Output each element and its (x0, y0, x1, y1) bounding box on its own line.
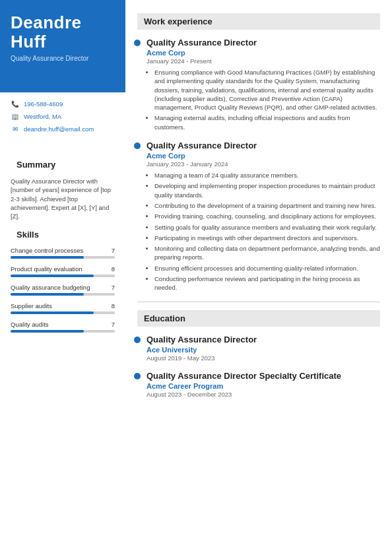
candidate-title: Quality Assurance Director (11, 55, 115, 62)
location-icon: 🏢 (11, 112, 20, 121)
edu-title: Quality Assurance Director (147, 335, 380, 344)
candidate-name: Deandre Huff (11, 13, 115, 51)
bullet-item: Contributing to the development of a tra… (154, 201, 380, 210)
skill-label-row: Quality assurance budgeting 7 (11, 284, 115, 291)
bullet-item: Providing training, coaching, counseling… (154, 212, 380, 220)
summary-heading: Summary (11, 158, 115, 172)
bullet-item: Managing a team of 24 quality assurance … (154, 171, 380, 179)
skill-label-row: Product quality evaluation 8 (11, 265, 115, 273)
skill-name: Change control processes (11, 247, 83, 254)
skill-score: 7 (112, 247, 115, 254)
job-entry: Quality Assurance Director Acme Corp Jan… (137, 38, 380, 131)
edu-dot (134, 373, 141, 379)
edu-dates: August 2019 - May 2023 (147, 354, 380, 362)
bullet-item: Ensuring compliance with Good Manufactur… (154, 68, 380, 112)
sidebar-body: Summary Quality Assurance Director with … (0, 146, 125, 553)
skill-bar-fill (11, 275, 94, 277)
phone-number: 196-588-4609 (24, 100, 63, 108)
summary-text: Quality Assurance Director with [number … (11, 177, 115, 220)
bullet-item: Monitoring and collecting data on depart… (154, 244, 380, 262)
job-dot (134, 40, 141, 46)
skill-item: Quality audits 7 (11, 321, 115, 333)
job-bullets: Managing a team of 24 quality assurance … (147, 171, 380, 292)
phone-contact: 📞 196-588-4609 (11, 99, 115, 108)
resume-container: Deandre Huff Quality Assurance Director … (0, 0, 392, 553)
edu-school: Ace University (147, 346, 380, 354)
edu-title: Quality Assurance Director Specialty Cer… (147, 371, 380, 381)
job-title: Quality Assurance Director (147, 38, 380, 48)
skill-label-row: Change control processes 7 (11, 247, 115, 254)
skill-score: 8 (112, 302, 115, 309)
skill-item: Product quality evaluation 8 (11, 265, 115, 277)
last-name: Huff (11, 32, 46, 51)
skill-score: 8 (112, 265, 115, 273)
bullet-item: Ensuring efficient processes and documen… (154, 264, 380, 273)
skill-bar-bg (11, 275, 115, 277)
skill-item: Quality assurance budgeting 7 (11, 284, 115, 296)
email-text: deandre.huff@email.com (24, 125, 94, 133)
bullet-item: Developing and implementing proper inspe… (154, 181, 380, 199)
sidebar-triangle-decoration (0, 73, 125, 92)
job-title: Quality Assurance Director (147, 141, 380, 150)
contact-info: 📞 196-588-4609 🏢 Westford, MA ✉ deandre.… (0, 92, 125, 146)
edu-dates: August 2023 - December 2023 (147, 391, 380, 398)
skill-item: Supplier audits 8 (11, 302, 115, 314)
skill-name: Quality audits (11, 321, 49, 328)
education-header: Education (137, 310, 380, 327)
location-text: Westford, MA (24, 113, 61, 120)
bullet-item: Managing external audits, including offi… (154, 114, 380, 131)
sidebar: Deandre Huff Quality Assurance Director … (0, 0, 125, 553)
job-entry: Quality Assurance Director Acme Corp Jan… (137, 141, 380, 292)
jobs-list: Quality Assurance Director Acme Corp Jan… (137, 38, 380, 292)
edu-dot (134, 337, 141, 343)
skill-bar-bg (11, 256, 115, 259)
job-dates: January 2023 - January 2024 (147, 160, 380, 168)
bullet-item: Setting goals for quality assurance memb… (154, 223, 380, 232)
skill-bar-fill (11, 256, 84, 259)
skill-score: 7 (112, 321, 115, 328)
email-icon: ✉ (11, 124, 20, 133)
skill-bar-fill (11, 293, 84, 296)
skill-name: Product quality evaluation (11, 265, 82, 273)
job-bullets: Ensuring compliance with Good Manufactur… (147, 68, 380, 131)
education-entry: Quality Assurance Director Specialty Cer… (137, 371, 380, 398)
skill-bar-fill (11, 330, 84, 333)
job-company: Acme Corp (147, 49, 380, 57)
job-dates: January 2024 - Present (147, 57, 380, 65)
work-experience-header: Work experience (137, 13, 380, 30)
education-list: Quality Assurance Director Ace Universit… (137, 335, 380, 398)
job-company: Acme Corp (147, 152, 380, 160)
skill-label-row: Quality audits 7 (11, 321, 115, 328)
skills-list: Change control processes 7 Product quali… (11, 247, 115, 333)
skill-bar-bg (11, 311, 115, 314)
skill-bar-bg (11, 330, 115, 333)
skill-bar-fill (11, 311, 94, 314)
location-contact: 🏢 Westford, MA (11, 112, 115, 121)
job-dot (134, 143, 141, 149)
skills-heading: Skills (11, 228, 115, 242)
skill-bar-bg (11, 293, 115, 296)
skill-score: 7 (112, 284, 115, 291)
sidebar-header: Deandre Huff Quality Assurance Director (0, 0, 125, 73)
bullet-item: Participating in meetings with other dep… (154, 234, 380, 242)
education-entry: Quality Assurance Director Ace Universit… (137, 335, 380, 362)
edu-school: Acme Career Program (147, 382, 380, 390)
email-contact: ✉ deandre.huff@email.com (11, 124, 115, 133)
skill-name: Supplier audits (11, 302, 52, 309)
first-name: Deandre (11, 13, 82, 32)
section-divider (137, 302, 380, 302)
skill-item: Change control processes 7 (11, 247, 115, 259)
bullet-item: Conducting performance reviews and parti… (154, 275, 380, 292)
skill-name: Quality assurance budgeting (11, 284, 90, 291)
skill-label-row: Supplier audits 8 (11, 302, 115, 309)
phone-icon: 📞 (11, 99, 20, 108)
main-content: Work experience Quality Assurance Direct… (125, 0, 392, 553)
